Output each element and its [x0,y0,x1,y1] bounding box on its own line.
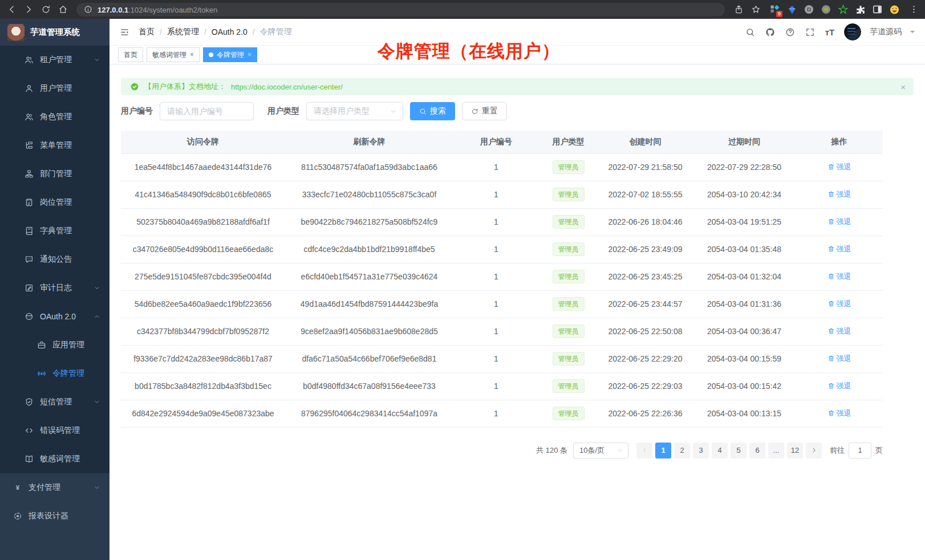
command-extension-icon[interactable] [804,4,814,15]
site-info-icon[interactable] [82,4,94,15]
sidebar-item-dept[interactable]: 部门管理 [0,160,109,188]
bookmark-star-icon[interactable] [750,4,761,15]
force-logout-button[interactable]: 强退 [827,189,851,200]
force-logout-button[interactable]: 强退 [827,299,851,309]
share-icon[interactable] [733,4,744,15]
sidebar-item-user[interactable]: 用户管理 [0,74,109,103]
breadcrumb-item-home[interactable]: 首页 [139,27,155,37]
font-size-icon[interactable]: тT [824,26,835,38]
force-logout-button[interactable]: 强退 [827,217,851,227]
help-icon[interactable] [784,26,796,38]
prev-page-button[interactable] [636,443,652,458]
pager-page-4[interactable]: 4 [712,443,728,458]
user-id-input[interactable] [160,102,254,120]
sidebar-item-oauth2-app[interactable]: 应用管理 [0,331,109,359]
goto-page-input[interactable] [849,443,871,458]
sidebar-item-tenant[interactable]: 租户管理 [0,46,109,74]
breadcrumb-item-system[interactable]: 系统管理 [167,27,199,37]
page-size-select[interactable]: 10条/页 [573,443,628,458]
tab-sensitive-word[interactable]: 敏感词管理× [147,47,200,62]
refresh-token-cell: cdfc4ce9c2da4bb1bdf21b9918ff4be5 [285,236,453,263]
sidebar-item-label: 部门管理 [40,169,72,179]
expire-time-cell: 2054-03-10 20:42:34 [693,181,796,208]
sidebar-item-label: 支付管理 [29,482,60,493]
tab-home[interactable]: 首页 [118,47,143,62]
sidebar-root-section: ¥支付管理报表设计器 [0,473,109,560]
gem-extension-icon[interactable] [786,4,797,15]
user-avatar[interactable] [844,23,861,40]
user-id-cell: 1 [453,208,539,236]
user-name[interactable]: 芋道源码 [870,27,902,37]
sidebar-item-audit-log[interactable]: 审计日志 [0,274,109,302]
sidebar-item-report[interactable]: 报表设计器 [0,502,109,530]
app-logo[interactable]: 芋道管理系统 [0,19,109,46]
breadcrumb-separator: / [204,27,206,36]
browser-menu-kebab-icon[interactable] [908,4,919,15]
sidebar-item-oauth2[interactable]: OAuth 2.0 [0,302,109,331]
pager-page-2[interactable]: 2 [674,443,690,458]
force-logout-button[interactable]: 强退 [827,244,851,254]
breadcrumb-item-oauth[interactable]: OAuth 2.0 [212,27,248,36]
force-logout-button[interactable]: 强退 [827,326,851,336]
pager-page-12[interactable]: 12 [787,443,803,458]
user-type-select[interactable]: 请选择用户类型 [306,102,403,120]
sidebar-item-oauth2-token[interactable]: 令牌管理 [0,359,109,388]
user-id-cell: 1 [453,290,539,318]
pager-page-6[interactable]: 6 [749,443,765,458]
user-type-label: 用户类型 [267,106,299,116]
browser-home-icon[interactable] [57,4,68,15]
pager-page-1[interactable]: 1 [655,443,671,458]
chevron-up-icon [94,313,100,320]
tab-token[interactable]: 令牌管理× [203,47,257,62]
profile-emoji-icon[interactable] [889,4,900,15]
tab-close-icon[interactable]: × [248,51,251,58]
doc-link[interactable]: https://doc.iocoder.cn/user-center/ [231,83,343,91]
tab-close-icon[interactable]: × [190,51,194,58]
breadcrumb: 首页 / 系统管理 / OAuth 2.0 / 令牌管理 [139,27,292,37]
recorder-extension-icon[interactable] [821,4,831,15]
pager-page-3[interactable]: 3 [693,443,709,458]
alert-close-icon[interactable]: × [900,82,906,92]
fullscreen-icon[interactable] [804,26,816,38]
address-bar[interactable]: 127.0.0.1:1024/system/oauth2/token [76,3,725,17]
sidebar-item-dict[interactable]: 字典管理 [0,217,109,245]
pager-more[interactable]: ... [768,443,784,458]
reset-button[interactable]: 重置 [462,102,507,120]
table-header-row: 访问令牌刷新令牌用户编号用户类型创建时间过期时间操作 [121,131,883,153]
pager-page-5[interactable]: 5 [731,443,747,458]
sidebar-item-role[interactable]: 角色管理 [0,103,109,131]
force-logout-button[interactable]: 强退 [827,381,851,391]
sidebar-item-sensitive-word[interactable]: 敏感词管理 [0,445,109,473]
side-panel-icon[interactable] [872,4,883,15]
sidebar-item-pay[interactable]: ¥支付管理 [0,473,109,502]
browser-reload-icon[interactable] [40,4,51,15]
chevron-down-icon[interactable] [910,31,915,35]
sidebar-item-menu[interactable]: 菜单管理 [0,131,109,160]
sidebar-menu: 租户管理用户管理角色管理菜单管理部门管理岗位管理字典管理通知公告审计日志OAut… [0,46,109,560]
github-icon[interactable] [764,26,776,38]
chevron-down-icon [94,484,100,491]
column-header: 操作 [796,131,883,153]
svg-text:¥: ¥ [16,484,20,491]
sidebar-item-notice[interactable]: 通知公告 [0,245,109,274]
table-row: 1ea5e44f8bc1467aaede43144f31de76811c5304… [121,153,883,181]
search-icon[interactable] [744,26,756,38]
sidebar-item-post[interactable]: 岗位管理 [0,188,109,217]
sidebar-collapse-icon[interactable] [120,27,129,37]
force-logout-button[interactable]: 强退 [827,162,851,172]
sidebar-item-error-code[interactable]: 错误码管理 [0,416,109,445]
table-row: c347026e805e4d99b0d116eae66eda8ccdfc4ce9… [121,236,883,263]
extensions-puzzle-icon[interactable] [855,4,866,15]
browser-back-icon[interactable] [6,4,17,15]
search-button[interactable]: 搜索 [410,102,455,120]
sidebar-item-sms[interactable]: 短信管理 [0,388,109,416]
force-logout-button[interactable]: 强退 [827,354,851,364]
tags-view: 首页敏感词管理×令牌管理× [109,46,925,64]
app-frame: 芋道管理系统 租户管理用户管理角色管理菜单管理部门管理岗位管理字典管理通知公告审… [0,19,925,560]
force-logout-button[interactable]: 强退 [827,408,851,419]
browser-forward-icon[interactable] [23,4,34,15]
next-page-button[interactable] [806,443,822,458]
tampermonkey-icon[interactable]: 9 [769,4,780,15]
green-star-extension-icon[interactable] [838,4,849,15]
force-logout-button[interactable]: 强退 [827,271,851,282]
